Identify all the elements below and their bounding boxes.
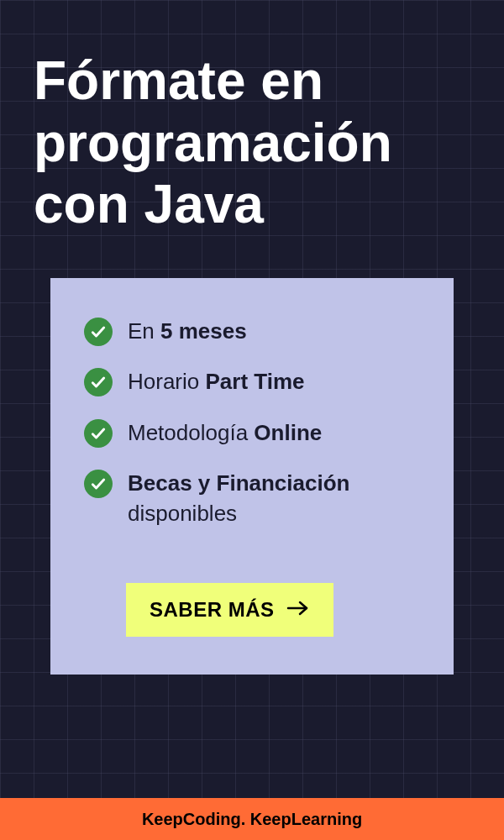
- main-heading: Fórmate en programación con Java: [34, 50, 470, 236]
- feature-item: Becas y Financiación disponibles: [84, 468, 420, 529]
- feature-prefix: Horario: [128, 369, 205, 394]
- main-content: Fórmate en programación con Java En 5 me…: [0, 0, 504, 675]
- feature-bold: Online: [254, 420, 322, 445]
- feature-text: Metodología Online: [128, 417, 322, 448]
- arrow-right-icon: [286, 598, 310, 622]
- feature-suffix: disponibles: [128, 501, 237, 526]
- feature-prefix: En: [128, 318, 160, 344]
- footer-banner: KeepCoding. KeepLearning: [0, 798, 504, 840]
- feature-text: Becas y Financiación disponibles: [128, 468, 420, 529]
- cta-label: SABER MÁS: [150, 598, 275, 622]
- footer-text: KeepCoding. KeepLearning: [142, 810, 362, 829]
- feature-bold: Becas y Financiación: [128, 470, 349, 496]
- feature-bold: Part Time: [205, 369, 304, 394]
- feature-item: Horario Part Time: [84, 366, 420, 396]
- feature-item: En 5 meses: [84, 316, 420, 346]
- features-card: En 5 meses Horario Part Time Metodología…: [50, 278, 454, 675]
- feature-item: Metodología Online: [84, 417, 420, 448]
- feature-text: Horario Part Time: [128, 366, 305, 396]
- check-icon: [84, 470, 113, 498]
- feature-bold: 5 meses: [160, 318, 247, 344]
- check-icon: [84, 419, 113, 448]
- check-icon: [84, 368, 113, 396]
- feature-text: En 5 meses: [128, 316, 247, 346]
- feature-prefix: Metodología: [128, 420, 254, 445]
- check-icon: [84, 318, 113, 346]
- learn-more-button[interactable]: SABER MÁS: [126, 583, 333, 637]
